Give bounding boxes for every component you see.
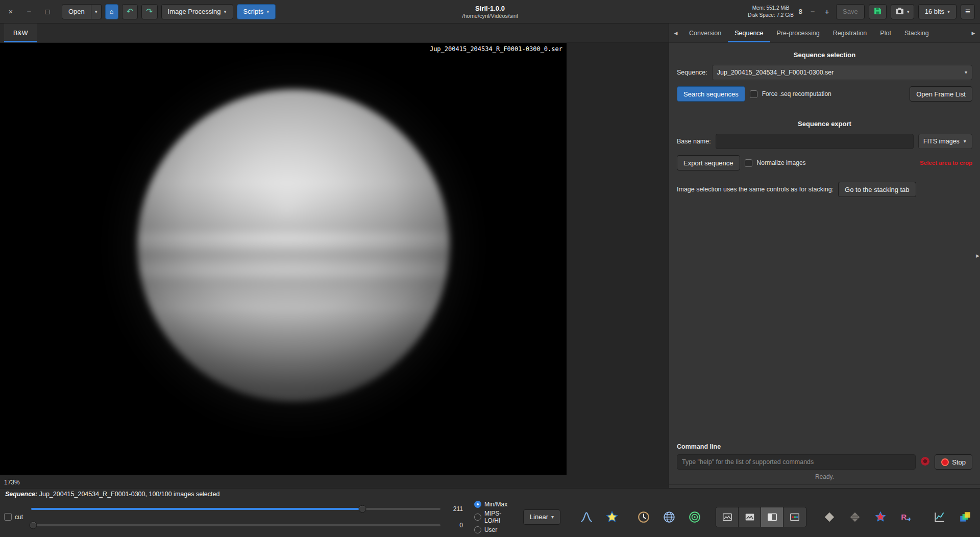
go-to-stacking-tab-button[interactable]: Go to the stacking tab (838, 182, 916, 197)
window-minimize-button[interactable]: − (23, 5, 35, 18)
plot-icon[interactable] (929, 507, 950, 527)
panel-expand-handle[interactable]: ▶ (976, 253, 979, 258)
jupiter-image (137, 89, 450, 402)
image-wrap: Jup_200415_204534_R_F0001-0300_0.ser 173… (0, 43, 669, 488)
cut-checkbox[interactable] (4, 513, 12, 521)
zoom-in-button[interactable]: + (822, 6, 832, 18)
command-line-heading: Command line (669, 443, 980, 450)
star-detection-icon[interactable] (601, 507, 623, 527)
base-name-label: Base name: (677, 138, 711, 145)
open-dropdown-button[interactable]: ▾ (91, 4, 102, 19)
undo-button[interactable]: ↶ (122, 4, 138, 19)
viewer-tabstrip: B&W (0, 23, 669, 43)
resample-icon[interactable]: R (895, 507, 917, 527)
tab-stacking[interactable]: Stacking (898, 23, 936, 42)
sequence-label: Sequence: (677, 69, 707, 76)
display-color-icon[interactable] (783, 507, 806, 527)
display-split-icon[interactable] (761, 507, 783, 527)
sequence-combobox[interactable]: Jup_200415_204534_R_F0001-0300.ser ▾ (712, 65, 972, 80)
display-mode-group (716, 507, 806, 527)
pixel-layers-icon[interactable] (954, 507, 976, 527)
command-wheel-icon (920, 456, 930, 468)
open-frame-list-button[interactable]: Open Frame List (910, 86, 972, 102)
main-area: B&W Jup_200415_204534_R_F0001-0300_0.ser… (0, 23, 980, 488)
display-controls-row: cut 211 0 Min/Max (4, 499, 976, 535)
force-seq-recompute-checkbox[interactable] (750, 90, 757, 98)
banding-reduction-icon[interactable] (844, 507, 866, 527)
tab-bw[interactable]: B&W (4, 23, 37, 42)
command-line-input[interactable] (677, 454, 916, 470)
target-icon[interactable] (684, 507, 705, 527)
tabs-scroll-left-button[interactable]: ◀ (669, 23, 682, 42)
export-format-dropdown[interactable]: FITS images ▾ (918, 134, 972, 149)
cut-label: cut (15, 514, 23, 521)
low-level-slider[interactable] (31, 524, 440, 526)
command-history-button[interactable] (920, 456, 930, 468)
snapshot-button[interactable]: ▾ (891, 4, 914, 19)
app-title: Siril-1.0.0 (462, 5, 518, 12)
base-name-input[interactable] (716, 134, 914, 149)
export-sequence-button[interactable]: Export sequence (677, 155, 740, 170)
home-icon: ⌂ (110, 8, 114, 15)
sequence-status-label: Sequence: (5, 491, 37, 498)
psf-icon[interactable] (576, 507, 597, 527)
hamburger-menu-button[interactable]: ≡ (961, 4, 975, 19)
image-processing-button[interactable]: Image Processing ▾ (161, 4, 233, 19)
globe-icon[interactable] (658, 507, 680, 527)
clock-icon[interactable] (633, 507, 654, 527)
display-photo-icon[interactable] (716, 507, 739, 527)
save-button[interactable]: Save (836, 4, 865, 19)
force-seq-recompute-label: Force .seq recomputation (762, 90, 831, 97)
star-align-icon[interactable] (870, 507, 891, 527)
zoom-out-button[interactable]: − (807, 6, 818, 18)
sequence-combobox-value: Jup_200415_204534_R_F0001-0300.ser (717, 69, 834, 76)
window-close-button[interactable]: × (5, 5, 16, 18)
scale-mode-dropdown[interactable]: Linear ▾ (523, 509, 560, 525)
sequence-selection-heading: Sequence selection (669, 51, 980, 59)
levels-sliders: 211 0 (31, 505, 463, 529)
tab-registration[interactable]: Registration (826, 23, 874, 42)
sequence-status-line: Sequence: Jup_200415_204534_R_F0001-0300… (4, 490, 976, 499)
chevron-down-icon: ▾ (551, 515, 554, 520)
redo-button[interactable]: ↷ (141, 4, 157, 19)
save-as-button[interactable] (869, 4, 887, 19)
header-bar: × − □ Open ▾ ⌂ ↶ ↷ Image Processing ▾ Sc… (0, 0, 980, 23)
sequence-status-info: Jup_200415_204534_R_F0001-0300, 100/100 … (37, 491, 219, 498)
high-level-slider[interactable] (31, 508, 440, 510)
tab-plot[interactable]: Plot (873, 23, 898, 42)
sequence-export-heading: Sequence export (669, 120, 980, 128)
window-maximize-button[interactable]: □ (42, 5, 53, 18)
radio-label: User (484, 526, 497, 533)
radio-min-max[interactable]: Min/Max (474, 501, 515, 508)
tab-conversion[interactable]: Conversion (682, 23, 728, 42)
bit-depth-dropdown[interactable]: 16 bits ▾ (918, 4, 957, 19)
home-button[interactable]: ⌂ (105, 4, 118, 19)
low-level-value: 0 (446, 522, 463, 529)
scale-mode-value: Linear (530, 513, 548, 521)
stacking-note: Image selection uses the same controls a… (677, 186, 834, 193)
scripts-button[interactable]: Scripts ▾ (237, 4, 276, 19)
stop-button[interactable]: Stop (935, 454, 972, 470)
display-negative-icon[interactable] (739, 507, 761, 527)
radio-button[interactable] (474, 514, 481, 521)
image-canvas[interactable]: Jup_200415_204534_R_F0001-0300_0.ser (0, 43, 567, 475)
system-info: Mem: 551.2 MiB Disk Space: 7.2 GiB (748, 5, 793, 18)
working-directory: /home/cyril/Vidéos/siril (462, 13, 518, 19)
radio-button[interactable] (474, 526, 481, 533)
search-sequences-button[interactable]: Search sequences (677, 86, 745, 102)
radio-mips-lo-hi[interactable]: MIPS-LO/HI (474, 510, 515, 524)
menu-icon: ≡ (965, 7, 970, 17)
radio-button[interactable] (474, 501, 481, 508)
low-slider-thumb[interactable] (29, 521, 37, 529)
high-slider-thumb[interactable] (359, 505, 366, 512)
tabs-scroll-right-button[interactable]: ▶ (967, 23, 980, 42)
tab-sequence[interactable]: Sequence (728, 23, 770, 42)
preview-value: 8 (799, 8, 802, 15)
background-extraction-icon[interactable] (819, 507, 840, 527)
tab-pre-processing[interactable]: Pre-processing (770, 23, 826, 42)
scripts-label: Scripts (243, 8, 264, 15)
open-button[interactable]: Open (62, 4, 91, 19)
normalize-images-checkbox[interactable] (745, 159, 752, 167)
bit-depth-value: 16 bits (925, 8, 944, 15)
radio-user[interactable]: User (474, 526, 515, 533)
